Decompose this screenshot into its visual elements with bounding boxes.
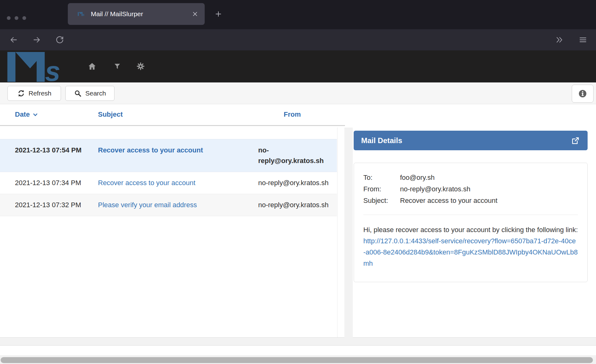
mail-subject-link[interactable]: Recover access to your account bbox=[98, 178, 258, 188]
mail-list-panel: 2021-12-13 07:54 PM Recover access to yo… bbox=[0, 128, 344, 338]
app-navbar: s bbox=[0, 50, 596, 82]
forward-icon[interactable] bbox=[32, 35, 42, 45]
refresh-button[interactable]: Refresh bbox=[7, 86, 61, 101]
home-icon[interactable] bbox=[87, 62, 97, 71]
to-label: To: bbox=[363, 172, 400, 183]
mail-subject-link[interactable]: Please verify your email address bbox=[98, 200, 258, 210]
mail-details-header: Mail Details bbox=[354, 131, 588, 150]
overflow-chevrons-icon[interactable] bbox=[554, 35, 564, 45]
subject-label: Subject: bbox=[363, 195, 400, 206]
content-area: Date Subject From 2021-12-13 07:54 PM R bbox=[0, 104, 596, 345]
app-toolbar: Refresh Search bbox=[0, 82, 596, 104]
window-control-dot[interactable] bbox=[7, 16, 11, 20]
info-button[interactable] bbox=[572, 85, 594, 103]
mail-from: no-reply@ory.kratos.sh bbox=[258, 200, 337, 210]
window-controls[interactable] bbox=[7, 16, 26, 20]
details-divider bbox=[363, 215, 578, 215]
mail-body-text: Hi, please recover access to your accoun… bbox=[363, 226, 578, 234]
refresh-button-label: Refresh bbox=[29, 90, 52, 97]
mail-details-card: To: foo@ory.sh From: no-reply@ory.kratos… bbox=[354, 163, 588, 282]
mail-meta-from: From: no-reply@ory.kratos.sh bbox=[363, 183, 578, 195]
mail-list-column-headers: Date Subject From bbox=[0, 108, 345, 121]
recovery-link[interactable]: http://127.0.0.1:4433/self-service/recov… bbox=[363, 237, 578, 267]
mail-date: 2021-12-13 07:54 PM bbox=[15, 145, 98, 166]
header-divider bbox=[0, 125, 345, 126]
browser-navigation-bar: 127.0.0.1:4436/# 90% bbox=[0, 29, 596, 50]
column-header-date-label: Date bbox=[15, 110, 30, 119]
gear-icon[interactable] bbox=[136, 62, 145, 71]
browser-tab-bar: s Mail // MailSlurper bbox=[0, 0, 596, 29]
from-label: From: bbox=[363, 183, 400, 195]
list-panel-divider bbox=[337, 128, 338, 337]
mail-subject-link[interactable]: Recover access to your account bbox=[98, 145, 258, 166]
mail-details-panel: Mail Details To: foo@ory.sh From: no-rep bbox=[353, 128, 596, 338]
search-button-label: Search bbox=[85, 90, 106, 97]
mailslurper-window: s Mail // MailSlurper bbox=[0, 0, 596, 364]
mail-list-row[interactable]: 2021-12-13 07:32 PM Please verify your e… bbox=[0, 194, 337, 216]
list-header-strip: Date Subject From bbox=[0, 104, 596, 128]
mailslurper-favicon-icon: s bbox=[78, 11, 86, 17]
mail-details-title: Mail Details bbox=[361, 136, 571, 145]
search-button[interactable]: Search bbox=[65, 86, 114, 101]
browser-tab[interactable]: s Mail // MailSlurper bbox=[68, 3, 205, 25]
column-header-subject-label: Subject bbox=[98, 110, 123, 119]
mail-list-row-selected[interactable]: 2021-12-13 07:54 PM Recover access to yo… bbox=[0, 139, 337, 172]
mail-body: Hi, please recover access to your accoun… bbox=[363, 224, 578, 269]
mail-meta-to: To: foo@ory.sh bbox=[363, 172, 578, 183]
mail-meta-subject: Subject: Recover access to your account bbox=[363, 195, 578, 206]
column-header-subject[interactable]: Subject bbox=[98, 110, 123, 119]
back-icon[interactable] bbox=[9, 35, 19, 45]
reload-icon[interactable] bbox=[55, 35, 65, 45]
subject-value: Recover access to your account bbox=[400, 195, 578, 206]
tab-close-icon[interactable] bbox=[191, 10, 199, 18]
svg-text:s: s bbox=[45, 56, 60, 82]
column-header-date[interactable]: Date bbox=[15, 110, 38, 119]
mail-from: no-reply@ory.kratos.sh bbox=[258, 178, 337, 188]
footer-strip bbox=[0, 345, 596, 356]
mail-list-row[interactable]: 2021-12-13 07:34 PM Recover access to yo… bbox=[0, 172, 337, 194]
tab-title: Mail // MailSlurper bbox=[91, 10, 191, 18]
column-header-from-label: From bbox=[284, 110, 301, 119]
new-tab-icon[interactable] bbox=[213, 9, 224, 19]
search-icon bbox=[74, 89, 82, 97]
window-control-dot[interactable] bbox=[15, 16, 18, 20]
info-icon bbox=[578, 89, 588, 99]
to-value: foo@ory.sh bbox=[400, 172, 578, 183]
from-value: no-reply@ory.kratos.sh bbox=[400, 183, 578, 195]
mail-date: 2021-12-13 07:34 PM bbox=[15, 178, 98, 188]
horizontal-scrollbar-track bbox=[0, 356, 596, 364]
filter-icon[interactable] bbox=[113, 62, 122, 71]
sort-chevron-icon bbox=[32, 112, 38, 118]
svg-text:s: s bbox=[83, 13, 85, 16]
mail-list: 2021-12-13 07:54 PM Recover access to yo… bbox=[0, 139, 338, 216]
mail-date: 2021-12-13 07:32 PM bbox=[15, 200, 98, 210]
menu-icon[interactable] bbox=[578, 35, 588, 45]
external-link-icon[interactable] bbox=[571, 136, 580, 145]
refresh-icon bbox=[17, 89, 25, 97]
mail-from: no-reply@ory.kratos.sh bbox=[258, 145, 337, 166]
column-header-from[interactable]: From bbox=[284, 110, 301, 119]
mailslurper-logo[interactable]: s bbox=[7, 52, 71, 82]
horizontal-scrollbar-thumb[interactable] bbox=[1, 357, 593, 363]
window-control-dot[interactable] bbox=[22, 16, 26, 20]
